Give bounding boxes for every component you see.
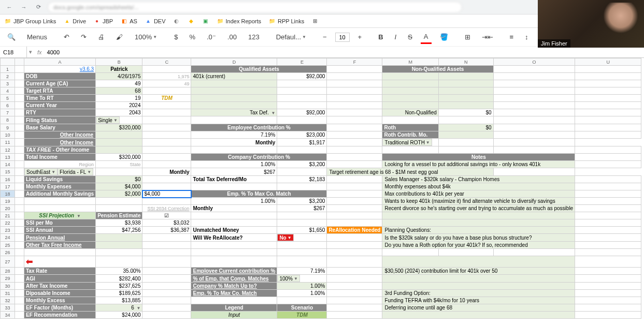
salary-cell[interactable]: $320,000 xyxy=(96,124,142,131)
spreadsheet-grid[interactable]: ABCDEFMNOU 1v3.6.3PatrickQualified Asset… xyxy=(0,58,644,325)
forward-button[interactable]: → xyxy=(19,2,29,12)
other-income-2[interactable]: Other Income xyxy=(24,139,96,146)
bookmark-5[interactable]: ◐ xyxy=(173,18,180,25)
taxdef-value[interactable]: $92,000 xyxy=(277,109,327,116)
note-row[interactable]: Sales Manager - $320k salary - Champion … xyxy=(382,176,575,183)
font-select[interactable]: Defaul...▼ xyxy=(273,31,309,43)
mexp-cell[interactable]: $4,000 xyxy=(96,183,142,190)
halign-button[interactable]: ≡ xyxy=(507,31,517,43)
roth-value[interactable]: $0 xyxy=(438,124,493,131)
menus-button[interactable]: Menus xyxy=(24,31,50,43)
fx-icon: fx xyxy=(34,49,45,55)
reload-button[interactable]: ⟳ xyxy=(33,2,44,12)
bookmark-jbp[interactable]: ●JBP xyxy=(93,18,113,25)
bookmark-drive[interactable]: ▲Drive xyxy=(63,18,86,25)
bookmark-jbp-group[interactable]: 📁JBP Group Links xyxy=(4,18,56,25)
merge-button[interactable]: ⇥⇤ xyxy=(479,31,496,43)
arrow-indicator: ⬅ xyxy=(24,256,96,268)
search-icon[interactable]: 🔍 xyxy=(4,31,19,43)
401k-label[interactable]: 401k (current) xyxy=(191,73,277,80)
borders-button[interactable]: ⊞ xyxy=(462,31,474,43)
note-row[interactable]: Target retirement age is 68 - $1M nest e… xyxy=(327,168,493,176)
state-select[interactable]: Florida - FL▼ xyxy=(58,168,93,175)
url-bar[interactable]: docs.google.com/spreadsheets/... xyxy=(48,2,462,13)
font-size-input[interactable] xyxy=(335,33,350,42)
ssi-proj-select[interactable]: SSI Projection ▼ xyxy=(24,212,96,219)
cell-name-box[interactable]: C18 xyxy=(0,47,27,57)
ef-select[interactable]: 6 ▼ xyxy=(96,304,142,312)
note-row[interactable]: Looking for a vessel to put additional s… xyxy=(382,161,575,168)
age-cell[interactable]: 49 xyxy=(96,80,142,87)
col-N[interactable]: N xyxy=(438,58,493,66)
nqa-header: Non-Qualified Assets xyxy=(382,66,493,73)
back-button[interactable]: ← xyxy=(4,2,15,12)
redo-button[interactable]: ↷ xyxy=(78,31,90,43)
other-income-1[interactable]: Other Income xyxy=(24,131,96,139)
currency-button[interactable]: $ xyxy=(171,31,181,43)
valign-button[interactable]: ↕ xyxy=(522,31,532,43)
bookmark-as[interactable]: ◧AS xyxy=(120,18,137,25)
name-cell[interactable]: Patrick xyxy=(96,66,142,73)
notes-header: Notes xyxy=(382,154,575,161)
undo-button[interactable]: ↶ xyxy=(61,31,73,43)
col-A[interactable]: A xyxy=(24,58,96,66)
col-M[interactable]: M xyxy=(382,58,438,66)
filing-select[interactable]: Single▼ xyxy=(96,116,120,124)
dec-decrease-button[interactable]: .0⁻ xyxy=(204,31,219,43)
fill-color-button[interactable]: 🪣 xyxy=(437,31,451,43)
total-income[interactable]: $320,000 xyxy=(96,154,142,161)
nq-value[interactable]: $0 xyxy=(438,109,493,116)
rta-cell[interactable]: 68 xyxy=(96,87,142,95)
ssi-checkbox[interactable]: ☑ xyxy=(142,212,191,219)
rty-cell[interactable]: 2043 xyxy=(96,109,142,116)
font-size-dec[interactable]: − xyxy=(320,31,330,43)
dob-cell[interactable]: 4/26/1975 xyxy=(96,73,142,80)
year-cell[interactable]: 2024 xyxy=(96,102,142,109)
liquid-cell[interactable]: $0 xyxy=(96,176,142,183)
note-row[interactable]: Max contributions to 401k per year xyxy=(382,190,575,198)
formula-bar: C18 ▾ fx 4000 xyxy=(0,47,644,58)
webcam-overlay: Jim Fisher xyxy=(538,0,644,48)
col-D[interactable]: D xyxy=(191,58,277,66)
text-color-button[interactable]: A xyxy=(421,31,432,44)
col-B[interactable]: B xyxy=(96,58,142,66)
bookmark-dev[interactable]: ▲DEV xyxy=(145,18,166,25)
ttr-cell[interactable]: 19 xyxy=(96,95,142,102)
reallocate-select[interactable]: No ▼ xyxy=(277,234,293,241)
region-select[interactable]: SouthEast▼ xyxy=(24,168,58,175)
font-size-inc[interactable]: + xyxy=(355,31,365,43)
col-C[interactable]: C xyxy=(142,58,191,66)
dec-increase-button[interactable]: .00 xyxy=(224,31,240,43)
pecm-select[interactable]: 100% ▼ xyxy=(277,275,300,282)
version-link[interactable]: v3.6.3 xyxy=(24,66,96,73)
bold-button[interactable]: B xyxy=(375,31,386,43)
format-123-button[interactable]: 123 xyxy=(245,31,263,43)
bookmark-rpp[interactable]: 📁RPP Links xyxy=(268,18,304,25)
bookmark-index[interactable]: 📁Index Reports xyxy=(217,18,261,25)
bookmark-7[interactable]: ▣ xyxy=(202,18,209,25)
print-button[interactable]: 🖨 xyxy=(95,31,108,43)
formula-value[interactable]: 4000 xyxy=(45,49,62,55)
roth-type-select[interactable]: Traditional ROTH ▼ xyxy=(382,139,432,146)
webcam-name-label: Jim Fisher xyxy=(538,39,570,48)
col-U[interactable]: U xyxy=(575,58,641,66)
ams-cell[interactable]: $2,000 xyxy=(96,190,142,198)
qa-header: Qualified Assets xyxy=(191,66,327,73)
401k-value[interactable]: $92,000 xyxy=(277,73,327,80)
note-row[interactable]: Wants to keep 401k (maximize it) find al… xyxy=(382,198,575,205)
strike-button[interactable]: S xyxy=(405,31,416,43)
col-F[interactable]: F xyxy=(327,58,382,66)
col-O[interactable]: O xyxy=(493,58,575,66)
italic-button[interactable]: I xyxy=(392,31,400,43)
bookmark-10[interactable]: ⊞ xyxy=(311,18,319,25)
reallocation-badge: ReAllocation Needed xyxy=(327,227,382,234)
zoom-select[interactable]: 100%▼ xyxy=(131,32,161,42)
note-row[interactable]: Recent divorce so he's starting over and… xyxy=(382,205,575,212)
selected-cell[interactable]: $4,000 xyxy=(142,190,191,198)
col-E[interactable]: E xyxy=(277,58,327,66)
bookmark-6[interactable]: ◆ xyxy=(188,18,195,25)
percent-button[interactable]: % xyxy=(186,31,198,43)
paint-format-button[interactable]: 🖌 xyxy=(113,31,126,43)
note-row[interactable]: Monthly expenses about $4k xyxy=(382,183,575,190)
